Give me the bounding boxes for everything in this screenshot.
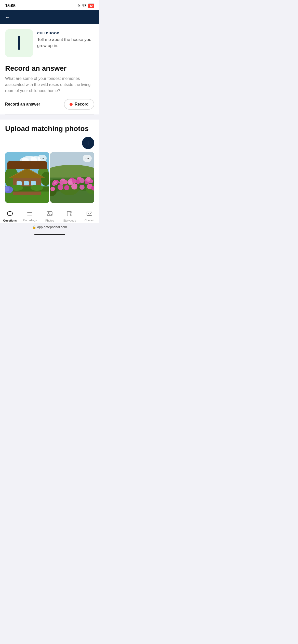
add-button-row: + [0,137,99,152]
house-more-button[interactable]: ··· [38,155,47,162]
record-button[interactable]: Record [64,99,94,110]
status-indicators: ✈ 12 [77,4,94,8]
roses-more-button[interactable]: ··· [83,155,92,162]
bottom-nav: Questions Recordings Photos [0,208,99,223]
url-text: app.getepochal.com [37,225,67,229]
photo-house-card[interactable]: ··· [5,152,49,203]
main-content: l CHILDHOOD Tell me about the house you … [0,24,99,114]
recordings-label: Recordings [23,219,37,222]
nav-header: ← [0,10,99,24]
questions-icon [7,211,13,218]
back-button[interactable]: ← [5,14,10,20]
photo-grid: ··· [0,152,99,208]
status-bar: 15:05 ✈ 12 [0,0,99,10]
svg-rect-60 [87,212,92,215]
question-text: Tell me about the house you grew up in. [37,37,94,49]
question-info: CHILDHOOD Tell me about the house you gr… [37,29,94,49]
svg-point-54 [48,213,49,214]
storybook-icon [66,211,73,218]
record-dot-icon [70,103,73,106]
battery-indicator: 12 [88,4,94,8]
record-section-title: Record an answer [5,64,94,72]
add-photo-button[interactable]: + [82,137,94,149]
record-section-description: What are some of your fondest memories a… [5,76,94,94]
photo-roses-card[interactable]: ··· [50,152,94,203]
upload-section-title: Upload matching photos [0,125,99,133]
contact-icon [86,211,92,218]
question-card: l CHILDHOOD Tell me about the house you … [5,29,94,57]
svg-point-30 [63,180,67,184]
record-action-label: Record an answer [5,102,40,107]
svg-rect-55 [67,211,71,216]
nav-item-recordings[interactable]: Recordings [22,211,37,222]
photos-icon [47,211,53,218]
question-category: CHILDHOOD [37,31,94,35]
url-bar: 🔒 app.getepochal.com [0,223,99,233]
question-icon-box: l [5,29,33,57]
home-indicator [0,233,99,238]
recordings-icon [27,211,33,218]
lock-icon: 🔒 [32,225,36,229]
wifi-icon [82,4,87,8]
svg-point-44 [79,185,85,190]
svg-point-14 [31,185,43,191]
contact-label: Contact [85,219,94,222]
nav-item-questions[interactable]: Questions [2,211,18,222]
nav-item-storybook[interactable]: Storybook [62,211,77,222]
svg-rect-53 [47,212,52,216]
svg-point-29 [59,180,64,185]
svg-point-36 [79,178,85,183]
svg-point-42 [64,185,69,190]
upload-section: Upload matching photos + [0,120,99,208]
svg-point-41 [58,184,63,190]
record-button-label: Record [75,102,89,107]
record-action-row: Record an answer Record [5,99,94,114]
record-section: Record an answer What are some of your f… [5,64,94,114]
svg-point-3 [20,158,29,163]
nav-item-contact[interactable]: Contact [82,211,97,222]
svg-rect-10 [24,181,29,185]
home-bar [34,234,65,235]
plus-icon: + [86,139,90,147]
photos-label: Photos [45,219,54,222]
airplane-icon: ✈ [77,4,80,8]
status-time: 15:05 [5,4,16,8]
svg-point-40 [50,187,55,191]
question-icon-character: l [17,34,21,52]
svg-point-43 [71,183,77,189]
storybook-label: Storybook [63,219,76,222]
nav-item-photos[interactable]: Photos [42,211,57,222]
questions-label: Questions [3,219,17,222]
